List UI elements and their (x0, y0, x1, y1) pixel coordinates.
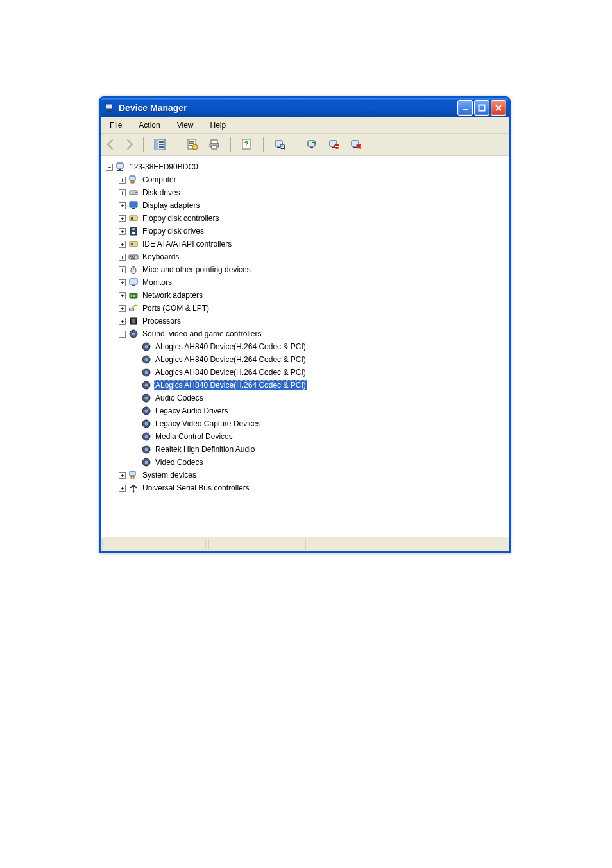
tree-item-label[interactable]: System devices (141, 470, 198, 480)
svg-point-38 (135, 192, 137, 193)
tree-item-label[interactable]: Processors (141, 316, 182, 326)
tree-item-label[interactable]: IDE ATA/ATAPI controllers (141, 239, 233, 249)
tree-root[interactable]: −123-38EFD90BDC0 (103, 161, 506, 173)
disable-button[interactable] (326, 136, 343, 153)
tree-category[interactable]: +Display adapters (103, 199, 506, 212)
tree-item-label[interactable]: Realtek High Definition Audio (154, 444, 256, 455)
expand-icon[interactable]: + (119, 472, 126, 479)
tree-device[interactable]: Legacy Audio Drivers (103, 404, 506, 417)
expand-icon[interactable]: + (119, 279, 126, 286)
back-button[interactable] (105, 138, 117, 151)
svg-rect-62 (132, 319, 135, 323)
collapse-icon[interactable]: − (119, 331, 126, 338)
tree-category[interactable]: +Keyboards (103, 250, 506, 263)
tree-item-label[interactable]: Disk drives (141, 187, 182, 198)
expand-icon[interactable]: + (119, 241, 126, 248)
expand-icon[interactable]: + (119, 202, 126, 209)
tree-item-label[interactable]: ALogics AH840 Device(H.264 Codec & PCI) (154, 354, 307, 365)
tree-device[interactable]: ALogics AH840 Device(H.264 Codec & PCI) (103, 379, 506, 392)
tree-category[interactable]: +Computer (103, 173, 506, 186)
tree-category[interactable]: +System devices (103, 469, 506, 482)
titlebar[interactable]: Device Manager (101, 98, 509, 117)
tree-item-label[interactable]: Legacy Audio Drivers (154, 406, 229, 416)
tree-item-label[interactable]: Network adapters (141, 290, 204, 300)
tree-item-label[interactable]: Monitors (141, 277, 173, 288)
network-icon (128, 290, 139, 300)
tree-item-label[interactable]: Display adapters (141, 200, 201, 211)
svg-rect-44 (132, 228, 135, 230)
tree-item-label[interactable]: Audio Codecs (154, 393, 205, 403)
show-hide-tree-button[interactable] (151, 136, 168, 153)
svg-line-23 (284, 148, 285, 150)
tree-device[interactable]: Audio Codecs (103, 392, 506, 404)
expand-icon[interactable]: + (119, 266, 126, 273)
menu-view[interactable]: View (171, 119, 200, 132)
tree-device[interactable]: ALogics AH840 Device(H.264 Codec & PCI) (103, 366, 506, 379)
tree-category[interactable]: +Floppy disk controllers (103, 212, 506, 225)
tree-device[interactable]: ALogics AH840 Device(H.264 Codec & PCI) (103, 353, 506, 366)
expand-icon[interactable]: + (119, 485, 126, 492)
expand-icon[interactable]: + (119, 292, 126, 299)
tree-item-label[interactable]: Computer (141, 175, 178, 185)
svg-rect-20 (275, 141, 282, 146)
tree-device[interactable]: Media Control Devices (103, 430, 506, 443)
tree-device[interactable]: Realtek High Definition Audio (103, 443, 506, 456)
maximize-button[interactable] (474, 100, 489, 116)
svg-point-68 (148, 344, 149, 345)
forward-button[interactable] (123, 138, 135, 151)
expand-icon[interactable]: + (119, 177, 126, 184)
scan-hardware-button[interactable] (271, 136, 288, 153)
collapse-icon[interactable]: − (106, 164, 113, 171)
tree-device[interactable]: Video Codecs (103, 456, 506, 469)
menu-file[interactable]: File (103, 119, 128, 132)
tree-category[interactable]: −Sound, video and game controllers (103, 327, 506, 340)
tree-item-label[interactable]: Universal Serial Bus controllers (141, 483, 251, 493)
expand-icon[interactable]: + (119, 305, 126, 312)
expand-icon[interactable]: + (119, 228, 126, 235)
tree-item-label[interactable]: Ports (COM & LPT) (141, 303, 210, 313)
tree-item-label[interactable]: ALogics AH840 Device(H.264 Codec & PCI) (154, 367, 307, 378)
tree-item-label[interactable]: Sound, video and game controllers (141, 329, 262, 339)
svg-rect-49 (130, 256, 132, 257)
tree-category[interactable]: +Network adapters (103, 289, 506, 302)
svg-point-94 (145, 461, 148, 464)
device-tree[interactable]: −123-38EFD90BDC0+Computer+Disk drives+Di… (101, 156, 509, 537)
menu-help[interactable]: Help (204, 119, 233, 132)
help-button[interactable]: ? (239, 136, 255, 153)
svg-point-88 (145, 435, 148, 438)
close-button[interactable] (491, 100, 506, 116)
minimize-button[interactable] (457, 100, 473, 116)
sound-icon (141, 342, 151, 352)
svg-rect-12 (189, 143, 194, 144)
tree-category[interactable]: +Floppy disk drives (103, 225, 506, 238)
tree-item-label[interactable]: 123-38EFD90BDC0 (128, 162, 200, 172)
properties-button[interactable] (184, 136, 201, 153)
tree-item-label[interactable]: ALogics AH840 Device(H.264 Codec & PCI) (154, 342, 307, 352)
tree-item-label[interactable]: Floppy disk controllers (141, 213, 220, 223)
tree-category[interactable]: +Monitors (103, 276, 506, 289)
tree-device[interactable]: Legacy Video Capture Devices (103, 417, 506, 430)
expand-icon[interactable]: + (119, 189, 126, 196)
tree-category[interactable]: +Ports (COM & LPT) (103, 302, 506, 315)
tree-item-label[interactable]: Legacy Video Capture Devices (154, 419, 262, 429)
tree-item-label[interactable]: ALogics AH840 Device(H.264 Codec & PCI) (154, 380, 307, 390)
tree-device[interactable]: ALogics AH840 Device(H.264 Codec & PCI) (103, 340, 506, 353)
tree-item-label[interactable]: Keyboards (141, 252, 180, 262)
menu-action[interactable]: Action (132, 119, 166, 132)
tree-category[interactable]: +IDE ATA/ATAPI controllers (103, 238, 506, 250)
tree-category[interactable]: +Processors (103, 315, 506, 327)
tree-item-label[interactable]: Video Codecs (154, 457, 205, 467)
ide-icon (128, 239, 139, 249)
tree-category[interactable]: +Disk drives (103, 186, 506, 199)
enable-button[interactable] (304, 136, 321, 153)
expand-icon[interactable]: + (119, 254, 126, 261)
tree-item-label[interactable]: Floppy disk drives (141, 226, 205, 236)
expand-icon[interactable]: + (119, 215, 126, 222)
expand-icon[interactable]: + (119, 318, 126, 325)
tree-item-label[interactable]: Media Control Devices (154, 431, 234, 442)
print-button[interactable] (206, 136, 223, 153)
tree-category[interactable]: +Universal Serial Bus controllers (103, 482, 506, 494)
uninstall-button[interactable] (348, 136, 364, 153)
tree-item-label[interactable]: Mice and other pointing devices (141, 265, 252, 275)
tree-category[interactable]: +Mice and other pointing devices (103, 263, 506, 276)
